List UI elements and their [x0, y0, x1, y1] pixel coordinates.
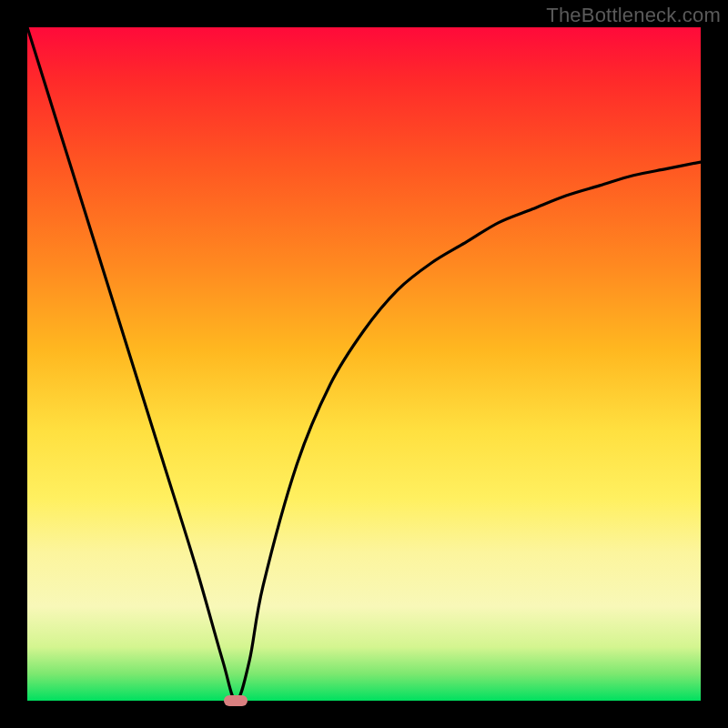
chart-plot-area [27, 27, 701, 701]
watermark-text: TheBottleneck.com [546, 4, 721, 27]
minimum-marker [224, 695, 248, 706]
